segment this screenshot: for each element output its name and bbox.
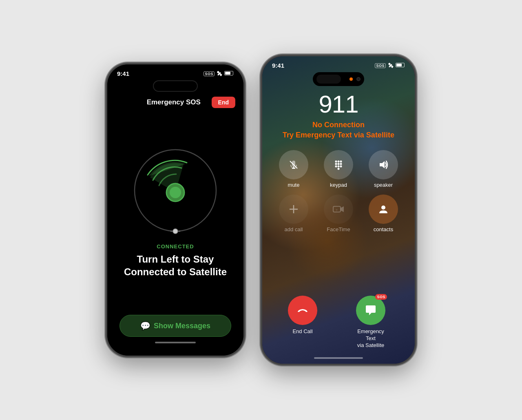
svg-point-2 [170,187,181,198]
left-status-bar: 9:41 SOS 🛰 [107,64,243,80]
dynamic-island-right [313,72,364,86]
svg-point-17 [338,166,340,168]
keypad-button[interactable] [324,150,353,179]
left-nav: Emergency SOS End [107,95,243,113]
contacts-button[interactable] [369,195,398,224]
left-time: 9:41 [117,70,129,77]
svg-point-18 [340,166,342,168]
battery-icon-right [396,63,405,68]
svg-point-13 [335,163,337,165]
sos-indicator-right: SOS [375,63,386,68]
keypad-label: keypad [330,182,347,188]
sos-text-icon [364,304,377,317]
right-time: 9:41 [272,62,284,69]
right-status-bar: 9:41 SOS 🛰 [262,56,415,72]
call-number: 911 [270,90,407,118]
recording-dot [349,77,353,81]
camera-dot [356,77,361,81]
pill-bar [316,75,341,84]
end-call-icon [296,304,309,317]
add-call-button-wrap: add call [274,195,313,232]
right-phone: 9:41 SOS 🛰 911 No Connection [261,55,416,365]
home-indicator-right [314,357,363,359]
keypad-icon [333,159,344,170]
end-call-wrap[interactable]: End Call [288,296,317,335]
show-messages-label: Show Messages [154,322,210,330]
main-container: 9:41 SOS 🛰 Emergency SOS End [98,47,424,373]
satellite-icon-left: 🛰 [217,71,222,77]
sos-text-wrap[interactable]: SOS Emergency Textvia Satellite [352,296,389,349]
satellite-icon-right: 🛰 [388,63,393,69]
add-call-button [279,195,308,224]
end-call-label: End Call [292,328,312,335]
mute-button[interactable] [279,150,308,179]
instruction-text: Turn Left to Stay Connected to Satellite [115,253,235,278]
facetime-button: ? [324,195,353,224]
sos-text-button[interactable]: SOS [356,296,385,325]
svg-text:?: ? [336,208,338,212]
sos-indicator-left: SOS [203,71,215,76]
svg-point-15 [340,163,342,165]
facetime-label: FaceTime [327,226,350,232]
left-phone: 9:41 SOS 🛰 Emergency SOS End [106,63,245,357]
svg-point-16 [335,166,337,168]
mute-label: mute [288,182,300,188]
speaker-button[interactable] [369,150,398,179]
compass-ring [130,146,220,235]
facetime-icon: ? [332,204,345,214]
end-call-button[interactable] [288,296,317,325]
sos-text-label: Emergency Textvia Satellite [352,328,389,349]
right-status-icons: SOS 🛰 [375,63,405,69]
svg-point-14 [338,163,340,165]
svg-marker-20 [380,161,385,168]
dynamic-island-left [153,80,198,92]
emergency-sos-title: Emergency SOS [136,98,212,106]
home-indicator-left [155,342,196,343]
compass-area: CONNECTED Turn Left to Stay Connected to… [107,113,243,307]
no-connection-line2: Try Emergency Text via Satellite [270,130,407,140]
bottom-action-row: End Call SOS Emergency Textvia Satellite [262,292,415,357]
sos-badge: SOS [375,294,387,300]
left-bottom: 💬 Show Messages [107,307,243,356]
contacts-label: contacts [374,226,393,232]
contacts-button-wrap[interactable]: contacts [364,195,403,232]
call-buttons-grid: mute [270,140,407,239]
speaker-label: speaker [374,182,393,188]
left-screen: 9:41 SOS 🛰 Emergency SOS End [107,64,243,356]
no-connection-line1: No Connection [270,120,407,130]
svg-point-26 [381,206,385,210]
left-status-icons: SOS 🛰 [203,71,234,77]
svg-marker-24 [341,206,344,212]
right-content: 911 No Connection Try Emergency Text via… [262,90,415,292]
connected-label: CONNECTED [157,243,194,250]
no-connection-status: No Connection Try Emergency Text via Sat… [270,120,407,140]
end-button-left[interactable]: End [212,97,235,108]
keypad-button-wrap[interactable]: keypad [319,150,358,188]
svg-point-12 [340,161,342,163]
speaker-icon [377,159,389,170]
add-call-icon [288,204,299,214]
speaker-button-wrap[interactable]: speaker [364,150,403,188]
svg-point-11 [338,161,340,163]
messages-icon: 💬 [140,321,150,331]
facetime-button-wrap: ? FaceTime [319,195,358,232]
show-messages-button[interactable]: 💬 Show Messages [119,315,231,337]
svg-point-3 [173,229,178,234]
mute-icon [288,159,299,170]
contacts-icon [378,203,389,215]
svg-point-19 [338,168,340,170]
svg-point-10 [335,161,337,163]
mute-button-wrap[interactable]: mute [274,150,313,188]
add-call-label: add call [285,226,303,232]
battery-icon-left [224,71,234,76]
right-screen: 9:41 SOS 🛰 911 No Connection [262,56,415,364]
